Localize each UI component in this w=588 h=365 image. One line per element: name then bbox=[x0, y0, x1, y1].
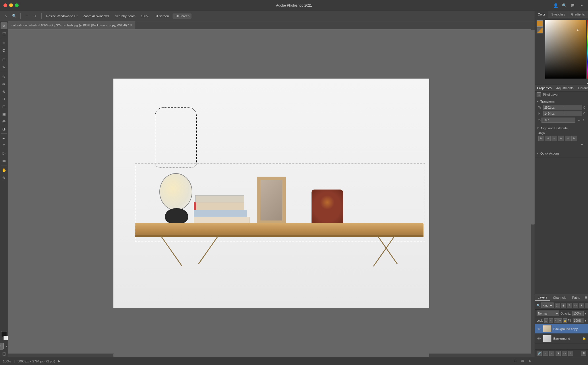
fill-input[interactable] bbox=[573, 318, 584, 323]
more-icon[interactable]: ⋯ bbox=[578, 2, 585, 9]
brush-tool[interactable]: ✏ bbox=[1, 81, 7, 87]
link-layers-icon[interactable]: 🔗 bbox=[537, 351, 542, 356]
lock-artboard-icon[interactable]: + bbox=[554, 318, 558, 323]
search-icon[interactable]: 🔍 bbox=[561, 2, 567, 9]
fullscreen-button[interactable] bbox=[15, 3, 19, 7]
layer-row-background-copy[interactable]: 👁 Background copy bbox=[535, 324, 588, 334]
resize-windows-button[interactable]: Resize Windows to Fit bbox=[44, 13, 80, 19]
eraser-tool[interactable]: ◻ bbox=[1, 103, 7, 110]
tab-libraries[interactable]: Libraries bbox=[576, 85, 588, 91]
delete-layer-icon[interactable]: 🗑 bbox=[581, 351, 586, 356]
pen-tool[interactable]: ✒ bbox=[1, 135, 7, 142]
zoom-bottom-icon[interactable]: ⊕ bbox=[520, 358, 525, 364]
align-right-edges-btn[interactable]: ⊣ bbox=[552, 136, 557, 141]
filter-adjust-icon[interactable]: ◑ bbox=[561, 303, 566, 308]
canvas-area[interactable] bbox=[8, 29, 535, 357]
link-wh-icon[interactable] bbox=[562, 105, 566, 116]
h-scrollbar-thumb[interactable] bbox=[113, 354, 429, 357]
tab-channels[interactable]: Channels bbox=[550, 294, 569, 301]
filter-type-icon[interactable]: T bbox=[567, 303, 572, 308]
align-header[interactable]: ▼ Align and Distribute bbox=[537, 126, 586, 131]
crop-tool[interactable]: ⊡ bbox=[1, 56, 7, 63]
blend-mode-select[interactable]: Normal bbox=[537, 311, 559, 316]
home-button[interactable]: ⌂ bbox=[2, 13, 9, 19]
dodge-tool[interactable]: ◑ bbox=[1, 125, 7, 132]
quick-select-tool[interactable]: ⊙ bbox=[1, 47, 7, 54]
kind-filter-select[interactable]: Kind bbox=[541, 302, 554, 308]
close-button[interactable] bbox=[3, 3, 7, 7]
background-color[interactable] bbox=[3, 336, 8, 340]
align-left-edges-btn[interactable]: ⊢ bbox=[538, 136, 544, 141]
shape-tool[interactable]: ▭ bbox=[1, 157, 7, 164]
filter-toggle[interactable]: ● bbox=[585, 303, 588, 308]
layer-styles-icon[interactable]: fx bbox=[543, 351, 548, 356]
more-align-options[interactable]: ··· bbox=[538, 141, 585, 148]
arrange-icon[interactable]: ⊞ bbox=[512, 358, 518, 364]
opacity-chevron-icon[interactable]: ▾ bbox=[585, 312, 586, 315]
opacity-input[interactable] bbox=[572, 311, 584, 316]
tab-color[interactable]: Color bbox=[535, 11, 548, 18]
quick-actions-header[interactable]: ▼ Quick Actions bbox=[537, 151, 586, 156]
h-scrollbar[interactable] bbox=[8, 354, 535, 357]
distribute-h-centers-btn[interactable]: ⊣ bbox=[565, 136, 570, 141]
zoom-in-button[interactable]: + bbox=[32, 13, 39, 19]
tab-close-icon[interactable]: × bbox=[130, 24, 132, 27]
layer-row-background[interactable]: 👁 Background 🔒 bbox=[535, 334, 588, 343]
filter-pixel-icon[interactable]: ⬚ bbox=[555, 303, 560, 308]
color-gradient-box[interactable] bbox=[545, 20, 586, 79]
filter-shape-icon[interactable]: ▭ bbox=[573, 303, 578, 308]
tab-paths[interactable]: Paths bbox=[569, 294, 583, 301]
scrubby-zoom-button[interactable]: Scrubby Zoom bbox=[113, 13, 138, 19]
tab-adjustments[interactable]: Adjustments bbox=[554, 85, 576, 91]
zoom-all-windows-button[interactable]: Zoom All Windows bbox=[81, 13, 111, 19]
fit-screen-button[interactable]: Fit Screen bbox=[152, 13, 171, 19]
layers-panel-options-icon[interactable]: ≡ bbox=[583, 295, 588, 300]
heal-tool[interactable]: ⊕ bbox=[1, 73, 7, 80]
new-adjustment-icon[interactable]: ◑ bbox=[556, 351, 561, 356]
select-tool[interactable]: ⬚ bbox=[1, 30, 7, 37]
document-tab[interactable]: natural-goods-berlin-L6NP4ZGnpSY-unsplas… bbox=[8, 21, 136, 29]
tab-swatches[interactable]: Swatches bbox=[548, 11, 568, 18]
frame-icon[interactable]: ▭ bbox=[4, 343, 8, 350]
lasso-tool[interactable]: ⊂ bbox=[1, 39, 7, 46]
rotation-input[interactable] bbox=[541, 118, 575, 123]
color-gradient-area[interactable] bbox=[545, 20, 586, 83]
v-scrollbar-thumb[interactable] bbox=[531, 30, 535, 225]
lock-all-icon[interactable]: 🔒 bbox=[563, 318, 567, 323]
transform-header[interactable]: ▼ Transform bbox=[537, 99, 586, 104]
status-arrow-icon[interactable]: ▶ bbox=[58, 359, 60, 363]
windows-icon[interactable]: ⊞ bbox=[570, 2, 576, 9]
person-icon[interactable]: 👤 bbox=[552, 2, 559, 9]
lock-position-icon[interactable]: ✥ bbox=[558, 318, 562, 323]
distribute-left-btn[interactable]: ⊢ bbox=[558, 136, 564, 141]
tab-properties[interactable]: Properties bbox=[535, 85, 554, 91]
eyedropper-tool[interactable]: ✎ bbox=[1, 64, 7, 71]
hand-tool[interactable]: ✋ bbox=[1, 167, 7, 173]
zoom-tool[interactable]: ⊕ bbox=[1, 174, 7, 181]
lock-transparent-icon[interactable]: ⬚ bbox=[544, 318, 548, 323]
layer-eye-background-copy[interactable]: 👁 bbox=[537, 327, 541, 331]
blur-tool[interactable]: ◎ bbox=[1, 118, 7, 125]
fill-screen-button[interactable]: Fill Screen bbox=[173, 13, 192, 19]
tab-layers[interactable]: Layers bbox=[535, 294, 550, 301]
search-button[interactable]: 🔍 bbox=[11, 13, 18, 19]
layer-eye-background[interactable]: 👁 bbox=[537, 336, 541, 341]
minimize-button[interactable] bbox=[9, 3, 13, 7]
flip-h-icon[interactable]: ⇔ bbox=[578, 119, 580, 122]
new-group-icon[interactable]: ▭ bbox=[562, 351, 567, 356]
rotate-icon[interactable]: ↻ bbox=[527, 358, 533, 364]
move-tool[interactable]: ✥ bbox=[1, 22, 7, 29]
history-brush[interactable]: ↺ bbox=[1, 95, 7, 102]
type-tool[interactable]: T bbox=[1, 142, 7, 149]
v-scrollbar[interactable] bbox=[531, 29, 535, 354]
foreground-color-swatch[interactable] bbox=[537, 20, 543, 27]
gradient-tool[interactable]: ▦ bbox=[1, 110, 7, 117]
tab-gradients[interactable]: Gradients bbox=[568, 11, 588, 18]
screen-mode-icon[interactable]: ⬚ bbox=[1, 350, 7, 357]
zoom-out-button[interactable]: − bbox=[23, 13, 30, 19]
lock-image-icon[interactable]: ✎ bbox=[549, 318, 553, 323]
quick-mask-icon[interactable]: ○ bbox=[0, 343, 4, 350]
distribute-right-btn[interactable]: ⊢ bbox=[571, 136, 577, 141]
flip-v-icon[interactable]: ⇕ bbox=[582, 119, 585, 122]
filter-smart-icon[interactable]: ★ bbox=[579, 303, 584, 308]
